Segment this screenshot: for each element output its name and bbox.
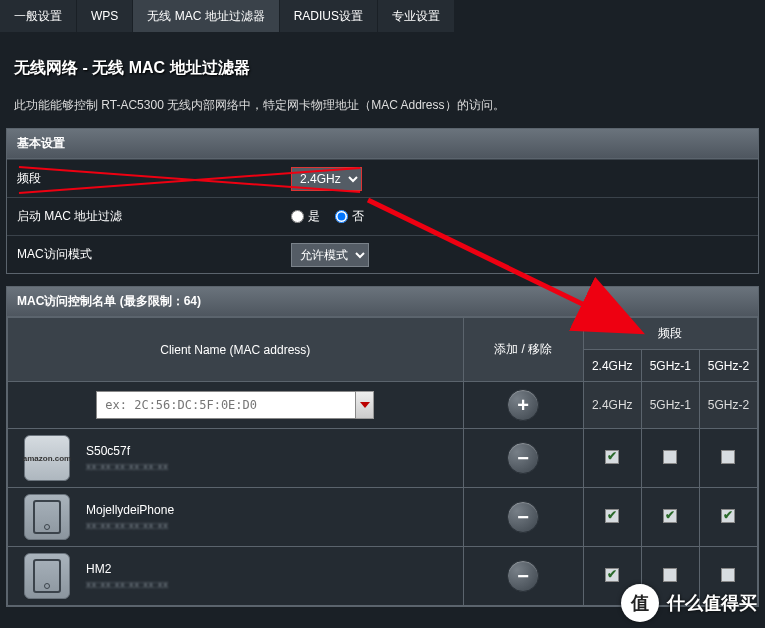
band-checkbox[interactable] bbox=[721, 509, 735, 523]
band-checkbox[interactable] bbox=[721, 568, 735, 582]
enable-filter-label: 启动 MAC 地址过滤 bbox=[7, 208, 287, 225]
bandcol-2.4GHz: 2.4GHz bbox=[583, 350, 641, 382]
tab-一般设置[interactable]: 一般设置 bbox=[0, 0, 76, 32]
bandcol-5GHz-2: 5GHz-2 bbox=[699, 350, 757, 382]
remove-button[interactable]: − bbox=[507, 442, 539, 474]
add-button[interactable]: + bbox=[507, 389, 539, 421]
tab-WPS[interactable]: WPS bbox=[77, 0, 132, 32]
watermark-text: 什么值得买 bbox=[667, 591, 757, 615]
col-addremove: 添加 / 移除 bbox=[463, 318, 583, 382]
device-name: MojellydeiPhone bbox=[86, 503, 174, 517]
device-name: S50c57f bbox=[86, 444, 168, 458]
bandcol2-5GHz-2: 5GHz-2 bbox=[699, 382, 757, 429]
device-mac: xx:xx:xx:xx:xx:xx bbox=[86, 461, 168, 472]
band-checkbox[interactable] bbox=[605, 568, 619, 582]
bandcol-5GHz-1: 5GHz-1 bbox=[641, 350, 699, 382]
device-icon bbox=[24, 553, 70, 599]
mode-label: MAC访问模式 bbox=[7, 246, 287, 263]
bandcol2-5GHz-1: 5GHz-1 bbox=[641, 382, 699, 429]
remove-button[interactable]: − bbox=[507, 501, 539, 533]
band-checkbox[interactable] bbox=[663, 568, 677, 582]
device-icon bbox=[24, 494, 70, 540]
band-label: 频段 bbox=[7, 170, 287, 187]
band-checkbox[interactable] bbox=[721, 450, 735, 464]
enable-no-radio[interactable] bbox=[335, 210, 348, 223]
enable-yes-radio[interactable] bbox=[291, 210, 304, 223]
mac-input[interactable] bbox=[96, 391, 356, 419]
remove-button[interactable]: − bbox=[507, 560, 539, 592]
col-band: 频段 bbox=[583, 318, 757, 350]
device-mac: xx:xx:xx:xx:xx:xx bbox=[86, 520, 174, 531]
device-name: HM2 bbox=[86, 562, 168, 576]
band-checkbox[interactable] bbox=[605, 509, 619, 523]
mac-input-dropdown[interactable] bbox=[356, 391, 374, 419]
page-description: 此功能能够控制 RT-AC5300 无线内部网络中，特定网卡物理地址（MAC A… bbox=[6, 97, 759, 128]
tab-RADIUS设置[interactable]: RADIUS设置 bbox=[280, 0, 377, 32]
watermark-badge: 值 bbox=[621, 584, 659, 622]
band-checkbox[interactable] bbox=[663, 509, 677, 523]
tab-无线 MAC 地址过滤器[interactable]: 无线 MAC 地址过滤器 bbox=[133, 0, 278, 32]
basic-settings-header: 基本设置 bbox=[7, 129, 758, 159]
device-mac: xx:xx:xx:xx:xx:xx bbox=[86, 579, 168, 590]
mac-list-header: MAC访问控制名单 (最多限制：64) bbox=[7, 287, 758, 317]
bandcol2-2.4GHz: 2.4GHz bbox=[583, 382, 641, 429]
device-icon: amazon.com bbox=[24, 435, 70, 481]
mac-list-box: MAC访问控制名单 (最多限制：64) Client Name (MAC add… bbox=[6, 286, 759, 607]
mode-select[interactable]: 允许模式 bbox=[291, 243, 369, 267]
page-title: 无线网络 - 无线 MAC 地址过滤器 bbox=[6, 32, 759, 97]
watermark: 值 什么值得买 bbox=[621, 584, 757, 622]
tab-专业设置[interactable]: 专业设置 bbox=[378, 0, 454, 32]
band-checkbox[interactable] bbox=[605, 450, 619, 464]
table-row: MojellydeiPhonexx:xx:xx:xx:xx:xx− bbox=[8, 488, 758, 547]
table-row: amazon.comS50c57fxx:xx:xx:xx:xx:xx− bbox=[8, 429, 758, 488]
band-checkbox[interactable] bbox=[663, 450, 677, 464]
col-client: Client Name (MAC address) bbox=[8, 318, 464, 382]
basic-settings-box: 基本设置 频段 2.4GHz 启动 MAC 地址过滤 是 否 MAC访问模式 bbox=[6, 128, 759, 274]
